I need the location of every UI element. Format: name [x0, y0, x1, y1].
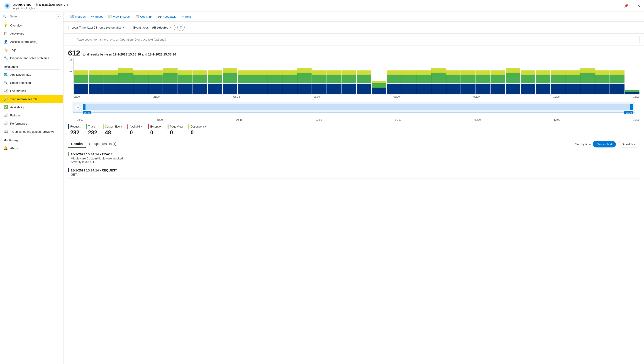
legend-color-swatch: [188, 124, 189, 129]
s-x-label-2100: 21:00: [156, 118, 163, 121]
bar-group-7[interactable]: [178, 59, 192, 94]
timeline-scrubber[interactable]: ↩ 15:38 15:38: [73, 102, 635, 112]
tab-results[interactable]: Results: [68, 140, 86, 148]
bar-group-23[interactable]: [416, 59, 431, 94]
sidebar-item-tags[interactable]: 🏷️ Tags: [0, 46, 63, 54]
bar-group-32[interactable]: [551, 59, 565, 94]
bar-group-9[interactable]: [208, 59, 222, 94]
time-filter-pill[interactable]: Local Time: Last 24 hours (Automatic) ▼: [68, 25, 128, 30]
bar-group-33[interactable]: [565, 59, 580, 94]
bar-group-13[interactable]: [267, 59, 282, 94]
bar-segment-green: [208, 75, 222, 83]
bar-group-11[interactable]: [238, 59, 252, 94]
bar-segment-blue: [74, 84, 88, 94]
legend-count: 48: [103, 129, 122, 136]
tags-icon: 🏷️: [4, 48, 8, 52]
bar-group-14[interactable]: [282, 59, 297, 94]
bar-group-12[interactable]: [252, 59, 267, 94]
bar-group-15[interactable]: [297, 59, 312, 94]
pin-icon[interactable]: 📌: [624, 4, 628, 8]
sidebar-item-diagnose[interactable]: 🔧 Diagnose and solve problems: [0, 54, 63, 62]
refresh-button[interactable]: 🔄 Refresh: [68, 14, 88, 20]
bar-group-34[interactable]: [580, 59, 595, 94]
copy-link-button[interactable]: 📋 Copy link: [133, 14, 154, 20]
bar-group-1[interactable]: [89, 59, 103, 94]
svg-point-2: [6, 5, 8, 7]
legend-label: Request: [70, 125, 81, 128]
reset-button[interactable]: ↩ Reset: [89, 14, 105, 20]
sidebar-item-access-control[interactable]: 👤 Access control (IAM): [0, 38, 63, 46]
bar-group-31[interactable]: [536, 59, 550, 94]
bar-group-24[interactable]: [431, 59, 446, 94]
bar-group-19[interactable]: [357, 59, 371, 94]
sidebar-item-transaction-search[interactable]: 🔎 Transaction search: [0, 95, 63, 103]
result-item-0[interactable]: 18-1-2023 15:34:14 - TRACEMiddleware Cus…: [68, 150, 639, 166]
sort-newest-button[interactable]: Newest first: [593, 141, 616, 148]
bar-group-26[interactable]: [461, 59, 476, 94]
sidebar-item-smart-detection[interactable]: 🔍 Smart detection: [0, 78, 63, 87]
chart-container: 15 10 5 0 18:00 21:00 wo 18 03:00 06:00 …: [64, 58, 644, 101]
bar-segment-lime: [431, 68, 446, 73]
scrubber-handle-right[interactable]: 15:38: [630, 104, 633, 110]
sidebar-item-failures[interactable]: 📊 Failures: [0, 111, 63, 119]
section-monitoring: Monitoring: [0, 136, 63, 143]
bar-group-21[interactable]: [387, 59, 401, 94]
scrubber-bar[interactable]: 15:38 15:38: [83, 104, 633, 110]
event-types-filter-pill[interactable]: Event types = All selected ▼: [130, 25, 176, 30]
bar-group-37[interactable]: [625, 59, 639, 94]
sidebar-item-performance[interactable]: 📊 Performance: [0, 119, 63, 128]
sidebar-item-alerts[interactable]: 🔔 Alerts: [0, 144, 63, 152]
feedback-button[interactable]: 💬 Feedback: [155, 14, 178, 20]
result-item-1[interactable]: 18-1-2023 15:34:14 - REQUESTGET /: [68, 166, 639, 179]
bar-group-20[interactable]: [372, 59, 386, 94]
bar-group-16[interactable]: [312, 59, 327, 94]
bar-group-2[interactable]: [103, 59, 118, 94]
bar-group-28[interactable]: [491, 59, 505, 94]
bar-segment-lime: [223, 68, 237, 73]
sidebar-item-activity-log[interactable]: 📋 Activity log: [0, 30, 63, 38]
bar-segment-blue: [312, 84, 327, 94]
result-severity: Severity level: null: [68, 160, 639, 164]
collapse-button[interactable]: «: [56, 14, 61, 19]
bar-group-0[interactable]: [74, 59, 88, 94]
bar-segment-lime: [416, 70, 431, 75]
event-types-label: Event types = All selected: [133, 26, 168, 29]
bar-group-5[interactable]: [148, 59, 163, 94]
bar-group-6[interactable]: [163, 59, 178, 94]
scrubber-handle-left[interactable]: 15:38: [83, 104, 86, 110]
s-x-label-0600: 06:00: [395, 118, 401, 121]
bar-group-36[interactable]: [610, 59, 624, 94]
bar-group-29[interactable]: [506, 59, 520, 94]
search-input[interactable]: [68, 36, 639, 43]
bar-group-27[interactable]: [476, 59, 490, 94]
bar-group-35[interactable]: [595, 59, 610, 94]
bar-group-25[interactable]: [446, 59, 461, 94]
bar-group-10[interactable]: [223, 59, 237, 94]
sidebar-item-troubleshooting[interactable]: 📖 Troubleshooting guides (preview): [0, 128, 63, 136]
scrubber-reset-button[interactable]: ↩: [75, 104, 81, 110]
sidebar-item-availability[interactable]: ✅ Availability: [0, 103, 63, 111]
sidebar-item-label: Availability: [10, 106, 24, 109]
bar-segment-blue: [223, 84, 237, 94]
bar-group-4[interactable]: [133, 59, 148, 94]
sidebar-item-live-metrics[interactable]: 📈 Live metrics: [0, 87, 63, 95]
chart-bars[interactable]: [74, 58, 639, 94]
sidebar-item-application-map[interactable]: 🗺️ Application map: [0, 70, 63, 78]
help-button[interactable]: ↗ Help: [179, 14, 193, 20]
legend-item-trace: Trace282: [86, 124, 97, 136]
tab-grouped-results[interactable]: Grouped results (1): [86, 140, 120, 148]
bar-group-30[interactable]: [521, 59, 535, 94]
sidebar-item-overview[interactable]: 💡 Overview: [0, 21, 63, 30]
bar-group-3[interactable]: [118, 59, 133, 94]
more-icon[interactable]: ···: [631, 4, 634, 8]
close-icon[interactable]: ✕: [637, 4, 640, 8]
view-in-logs-button[interactable]: 📊 View in Logs: [106, 14, 132, 20]
bar-group-22[interactable]: [401, 59, 416, 94]
legend-count: 0: [148, 129, 162, 136]
sidebar-search-input[interactable]: [8, 14, 54, 19]
bar-group-17[interactable]: [327, 59, 342, 94]
add-filter-button[interactable]: ▽: [177, 24, 185, 31]
sort-oldest-button[interactable]: Oldest first: [618, 141, 639, 148]
bar-group-18[interactable]: [342, 59, 357, 94]
bar-group-8[interactable]: [193, 59, 207, 94]
